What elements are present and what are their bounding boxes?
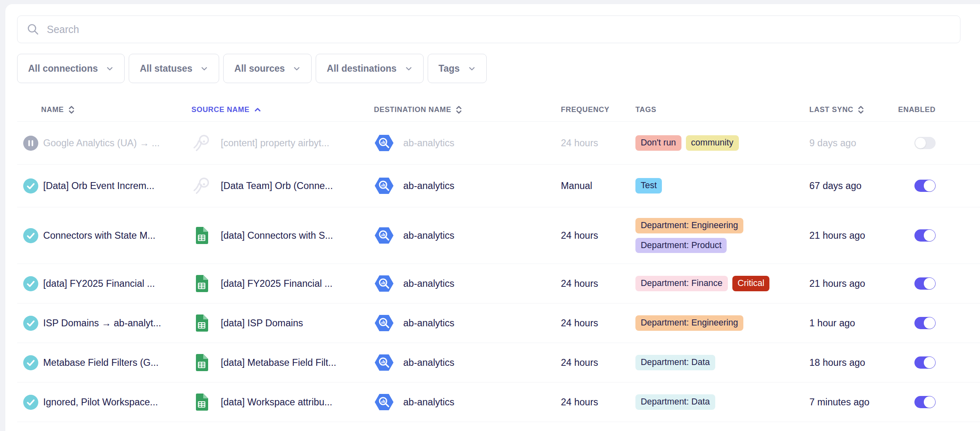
google-sheets-icon [191,226,212,244]
connection-row[interactable]: ISP Domains → ab-analyt... [17,303,980,343]
filter-label: All destinations [327,63,396,74]
toggle-knob [924,278,935,289]
last-sync: 7 minutes ago [809,397,898,408]
connection-name: ISP Domains → ab-analyt... [43,318,161,329]
google-sheets-icon [191,314,212,332]
toggle-knob [915,137,926,149]
connection-name: Google Analytics (UA) → ... [43,138,160,149]
source-name: [data] Connectors with S... [221,230,333,241]
connection-name: Metabase Field Filters (G... [43,357,158,368]
tag-pill: Department: Data [635,355,715,370]
frequency: 24 hours [561,357,635,368]
status-active-icon [23,228,38,243]
column-label: ENABLED [898,106,936,114]
destination-name: ab-analytics [403,278,454,289]
tag-pill: Department: Product [635,238,727,253]
toggle-knob [924,180,935,191]
table-header: NAME SOURCE NAME DESTINATION NAME FREQUE… [17,98,980,121]
google-sheets-icon [191,354,212,372]
frequency: 24 hours [561,138,635,149]
enabled-toggle[interactable] [914,356,936,369]
status-active-icon [23,395,38,410]
filter-tags[interactable]: Tags [428,54,487,83]
frequency: 24 hours [561,318,635,329]
filter-label: Tags [439,63,460,74]
tag-pill: Department: Engineering [635,218,743,233]
column-header-name[interactable]: NAME [17,105,191,115]
bigquery-icon [374,314,394,332]
connection-row[interactable]: Google Analytics (UA) → ... [17,121,980,164]
destination-name: ab-analytics [403,318,454,329]
bigquery-icon [374,134,394,152]
enabled-toggle[interactable] [914,229,936,242]
column-label: TAGS [635,106,656,114]
destination-name: ab-analytics [403,230,454,241]
filter-all-sources[interactable]: All sources [223,54,312,83]
destination-name: ab-analytics [403,357,454,368]
enabled-toggle[interactable] [914,396,936,408]
column-label: SOURCE NAME [191,106,250,114]
column-header-last-sync[interactable]: LAST SYNC [809,105,898,115]
tags-cell: Don't runcommunity [635,135,778,151]
chevron-down-icon [200,65,208,73]
tags-cell: Department: Data [635,394,778,410]
status-active-icon [23,276,38,291]
tags-cell: Department: Engineering [635,315,778,331]
search-icon [26,23,40,36]
tag-pill: Department: Engineering [635,315,743,331]
enabled-toggle[interactable] [914,317,936,329]
airbyte-source-icon [191,132,212,154]
connection-row[interactable]: Connectors with State M... [17,207,980,264]
frequency: 24 hours [561,230,635,241]
destination-name: ab-analytics [403,397,454,408]
tag-pill: Don't run [635,135,681,151]
search-input[interactable] [47,24,951,35]
bigquery-icon [374,177,394,194]
google-sheets-icon [191,393,212,411]
connection-name: Connectors with State M... [43,230,156,241]
enabled-toggle[interactable] [914,277,936,290]
source-name: [data] ISP Domains [221,318,303,329]
filter-bar: All connections All statuses All sources… [17,54,980,83]
connection-row[interactable]: [data] FY2025 Financial ... [17,264,980,303]
column-header-destination-name[interactable]: DESTINATION NAME [374,105,561,115]
status-paused-icon [23,136,38,151]
enabled-toggle[interactable] [914,180,936,192]
toggle-knob [924,396,935,408]
connection-name: Ignored, Pilot Workspace... [43,397,158,408]
status-active-icon [23,316,38,331]
sort-both-icon [455,105,462,115]
column-label: NAME [41,106,64,114]
last-sync: 21 hours ago [809,278,898,289]
bigquery-icon [374,227,394,244]
chevron-down-icon [468,65,476,73]
search-bar[interactable] [17,15,960,43]
filter-all-connections[interactable]: All connections [17,54,125,83]
connection-name: [data] FY2025 Financial ... [43,278,155,289]
tags-cell: Department: Data [635,355,778,370]
destination-name: ab-analytics [403,138,454,149]
last-sync: 67 days ago [809,180,898,191]
filter-all-statuses[interactable]: All statuses [129,54,219,83]
airbyte-source-icon [191,175,212,196]
toggle-knob [924,357,935,368]
column-label: LAST SYNC [809,106,853,114]
connection-row[interactable]: Ignored, Pilot Workspace... [17,382,980,422]
chevron-down-icon [405,65,413,73]
connection-row[interactable]: Metabase Field Filters (G... [17,343,980,382]
frequency: 24 hours [561,397,635,408]
sort-both-icon [68,105,75,115]
filter-all-destinations[interactable]: All destinations [316,54,423,83]
sort-both-icon [857,105,864,115]
frequency: Manual [561,180,635,191]
connection-row[interactable]: [Data] Orb Event Increm... [17,164,980,207]
chevron-down-icon [293,65,301,73]
toggle-knob [924,317,935,329]
column-header-tags: TAGS [635,106,809,114]
source-name: [data] Metabase Field Filt... [221,357,336,368]
enabled-toggle[interactable] [914,137,936,149]
tag-pill: Department: Data [635,394,715,410]
source-name: [Data Team] Orb (Conne... [221,180,333,191]
column-label: FREQUENCY [561,106,609,114]
column-header-source-name[interactable]: SOURCE NAME [191,106,374,114]
